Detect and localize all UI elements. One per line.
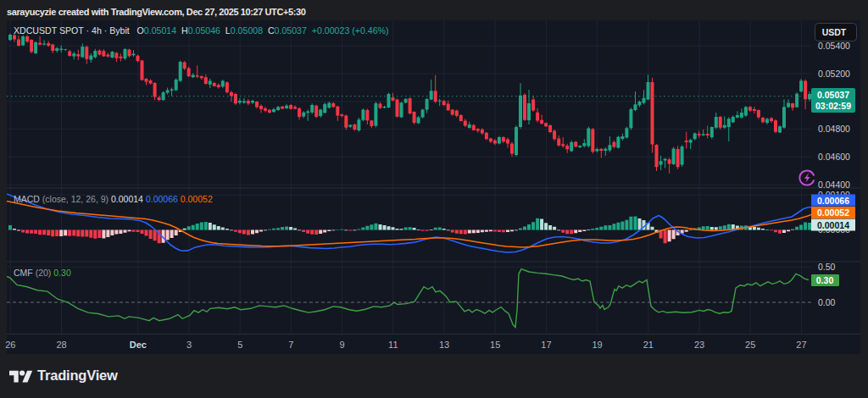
svg-text:XDCUSDT SPOT · 4h · Bybit O0: XDCUSDT SPOT · 4h · Bybit O0.05014 H0.05… [14,25,389,36]
svg-text:9: 9 [340,340,345,350]
svg-text:11: 11 [388,340,398,350]
svg-text:0.05200: 0.05200 [818,69,850,79]
svg-text:Dec: Dec [130,340,147,350]
svg-text:CMF (20) 0.30: CMF (20) 0.30 [14,268,71,278]
svg-text:0.04800: 0.04800 [818,124,850,134]
svg-text:19: 19 [592,340,602,350]
svg-text:0.00066: 0.00066 [817,196,849,206]
svg-text:15: 15 [490,340,500,350]
svg-text:0.00014: 0.00014 [817,220,849,230]
svg-text:3: 3 [186,340,192,350]
svg-text:USDT: USDT [822,27,847,37]
svg-text:28: 28 [56,340,66,350]
svg-text:21: 21 [643,340,654,350]
svg-text:0.04400: 0.04400 [818,180,850,190]
svg-text:03:02:59: 03:02:59 [815,101,851,111]
svg-text:25: 25 [745,340,755,350]
svg-text:13: 13 [439,340,449,350]
svg-text:0.00052: 0.00052 [817,207,849,218]
svg-text:27: 27 [796,340,806,350]
svg-text:MACD (close, 12, 26, 9) 0.000: MACD (close, 12, 26, 9) 0.00014 0.00066 … [14,194,213,204]
svg-text:0.50: 0.50 [818,262,836,272]
svg-text:5: 5 [237,340,242,350]
svg-text:TradingView: TradingView [37,368,118,383]
svg-text:26: 26 [5,340,15,350]
svg-text:0.05400: 0.05400 [818,41,850,51]
svg-text:0.30: 0.30 [816,275,834,285]
svg-text:sarayucyzie created with Tradi: sarayucyzie created with TradingView.com… [7,7,306,17]
svg-text:23: 23 [694,340,704,350]
svg-text:7: 7 [288,340,293,350]
svg-text:0.00: 0.00 [818,297,836,307]
svg-text:0.05037: 0.05037 [817,90,849,100]
svg-text:17: 17 [541,340,551,350]
svg-text:0.04600: 0.04600 [818,152,850,162]
